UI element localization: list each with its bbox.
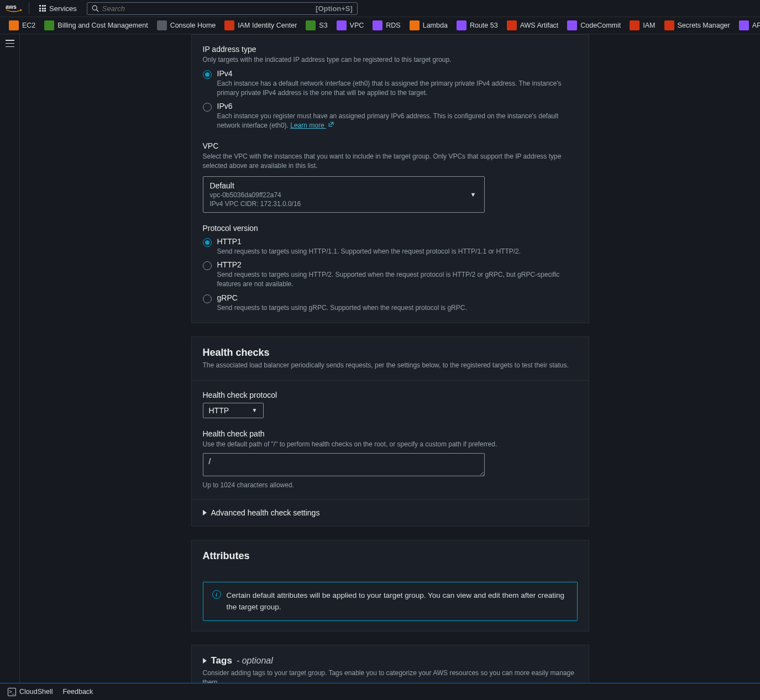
ip-address-type-field: IP address type Only targets with the in… [203,45,578,130]
radio-option[interactable]: IPv4 Each instance has a default network… [203,69,578,98]
service-shortcut[interactable]: IAM [626,19,658,31]
ip-type-hint: Only targets with the indicated IP addre… [203,55,578,65]
service-label: Route 53 [470,22,498,29]
service-favorites-bar: EC2Billing and Cost ManagementConsole Ho… [0,17,760,34]
health-protocol-value: HTTP [209,406,229,415]
top-nav: aws Services [Option+S] [0,0,760,17]
service-icon [507,20,517,30]
tags-title: Tags [211,655,232,666]
service-icon [567,20,577,30]
radio-button[interactable] [203,261,212,270]
cloudshell-button[interactable]: >_ CloudShell [8,688,53,696]
service-icon [337,20,347,30]
service-icon [457,20,467,30]
search-input[interactable] [102,4,312,13]
health-protocol-label: Health check protocol [203,391,578,399]
svg-text:aws: aws [6,3,17,10]
radio-option[interactable]: HTTP2 Send requests to targets using HTT… [203,260,578,289]
service-shortcut[interactable]: AWS Artifact [504,19,562,31]
footer-bar: >_ CloudShell Feedback [0,683,760,700]
service-label: AWS Artifact [520,22,559,29]
attributes-info-text: Certain default attributes will be appli… [227,590,568,613]
radio-option[interactable]: IPv6 Each instance you register must hav… [203,102,578,130]
service-label: Secrets Manager [678,22,730,29]
service-shortcut[interactable]: Billing and Cost Management [41,19,151,31]
radio-button[interactable] [203,103,212,112]
services-label: Services [49,4,77,13]
service-label: IAM [643,22,655,29]
radio-label: HTTP2 [217,260,578,269]
tags-toggle[interactable]: Tags - optional [203,655,578,666]
radio-label: gRPC [217,293,578,302]
service-icon [44,20,54,30]
caret-right-icon [203,658,207,664]
service-shortcut[interactable]: IAM Identity Center [221,19,300,31]
service-label: VPC [350,22,364,29]
health-path-input[interactable] [203,453,485,476]
service-shortcut[interactable]: Secrets Manager [661,19,733,31]
search-box[interactable]: [Option+S] [87,2,358,15]
services-button[interactable]: Services [35,4,81,13]
radio-description: Send requests to targets using HTTP/2. S… [217,270,578,289]
service-shortcut[interactable]: Console Home [154,19,219,31]
radio-option[interactable]: HTTP1 Send requests to targets using HTT… [203,237,578,256]
protocol-version-field: Protocol version HTTP1 Send requests to … [203,224,578,313]
service-shortcut[interactable]: EC2 [6,19,39,31]
sidebar-toggle-icon[interactable] [6,40,14,47]
service-label: RDS [386,22,400,29]
health-protocol-select[interactable]: HTTP ▼ [203,403,264,418]
health-protocol-field: Health check protocol HTTP ▼ [203,391,578,418]
service-shortcut[interactable]: VPC [333,19,368,31]
service-shortcut[interactable]: RDS [369,19,403,31]
service-label: Lambda [423,22,448,29]
advanced-health-toggle[interactable]: Advanced health check settings [192,499,589,526]
service-icon [224,20,234,30]
attributes-title: Attributes [203,550,578,562]
service-label: Billing and Cost Management [57,22,148,29]
radio-button[interactable] [203,70,212,79]
tags-desc: Consider adding tags to your target grou… [203,669,578,683]
radio-button[interactable] [203,294,212,303]
ip-type-label: IP address type [203,45,578,54]
radio-option[interactable]: gRPC Send requests to targets using gRPC… [203,293,578,313]
service-icon [157,20,167,30]
info-icon: i [212,590,221,599]
attributes-panel: Attributes i Certain default attributes … [191,540,589,631]
service-icon [9,20,19,30]
svg-line-2 [96,9,98,12]
health-path-constraint: Up to 1024 characters allowed. [203,481,578,489]
vpc-select[interactable]: Default vpc-0b5036da09ff22a74 IPv4 VPC C… [203,176,485,213]
health-path-label: Health check path [203,429,578,438]
radio-label: IPv4 [217,69,578,78]
grid-icon [39,5,46,12]
radio-description: Each instance you register must have an … [217,112,578,130]
service-shortcut[interactable]: Lambda [406,19,451,31]
external-link-icon [328,121,334,128]
radio-button[interactable] [203,238,212,247]
vpc-label: VPC [203,141,578,150]
cloudshell-label: CloudShell [19,688,53,696]
vpc-selected-name: Default [210,181,478,190]
service-label: CodeCommit [580,22,621,29]
target-group-config-panel: IP address type Only targets with the in… [191,34,589,323]
tags-optional-label: - optional [237,656,273,666]
vpc-hint: Select the VPC with the instances that y… [203,152,578,171]
search-icon [92,5,99,12]
service-label: EC2 [22,22,35,29]
sidebar-collapsed [0,34,20,683]
proto-version-label: Protocol version [203,224,578,233]
learn-more-link[interactable]: Learn more [290,122,334,129]
svg-point-1 [92,6,97,10]
service-icon [739,20,749,30]
service-shortcut[interactable]: API Gateway [736,19,760,31]
aws-logo[interactable]: aws [6,2,29,14]
service-shortcut[interactable]: S3 [302,19,331,31]
service-label: S3 [319,22,327,29]
attributes-info-box: i Certain default attributes will be app… [203,582,578,621]
radio-label: IPv6 [217,102,578,110]
vpc-field: VPC Select the VPC with the instances th… [203,141,578,213]
service-icon [410,20,420,30]
service-shortcut[interactable]: Route 53 [453,19,501,31]
service-shortcut[interactable]: CodeCommit [564,19,624,31]
feedback-button[interactable]: Feedback [62,688,93,696]
